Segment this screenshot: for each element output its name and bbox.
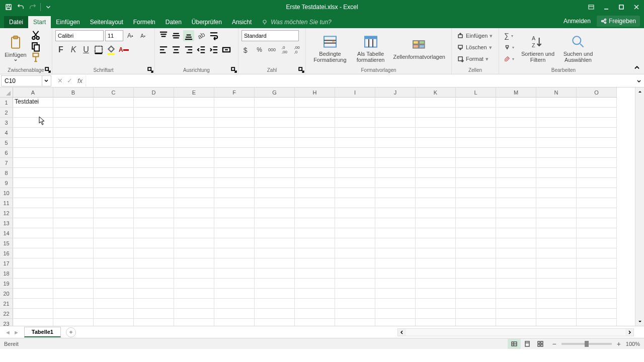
cell[interactable] [94,248,134,258]
tab-pagelayout[interactable]: Seitenlayout [85,16,128,28]
cell[interactable] [134,158,174,168]
currency-icon[interactable]: $ [242,44,253,55]
cell[interactable] [335,208,375,218]
cell[interactable] [13,258,53,268]
cell[interactable] [536,168,577,178]
cell[interactable] [134,98,174,108]
cell[interactable] [335,168,375,178]
cell[interactable] [134,148,174,158]
cell[interactable] [134,168,174,178]
cell[interactable] [456,118,496,128]
cell[interactable] [53,289,94,299]
font-color-icon[interactable]: A [118,44,129,55]
scroll-left-icon[interactable] [398,329,406,336]
row-header[interactable]: 8 [0,168,13,178]
cell[interactable] [174,148,214,158]
cell[interactable] [53,228,94,238]
cell[interactable] [53,188,94,198]
cell[interactable] [335,309,375,319]
sheet-tab[interactable]: Tabelle1 [24,327,61,337]
cell[interactable] [53,258,94,268]
cell[interactable] [255,218,295,228]
cell[interactable] [94,198,134,208]
cell[interactable] [295,279,335,289]
cell[interactable] [13,118,53,128]
column-header[interactable]: O [577,87,617,98]
normal-view-icon[interactable] [508,339,521,349]
cell[interactable] [255,248,295,258]
cell[interactable] [335,248,375,258]
cell[interactable] [335,178,375,188]
cell[interactable] [255,168,295,178]
collapse-ribbon-icon[interactable] [633,64,641,72]
cell[interactable] [13,218,53,228]
row-header[interactable]: 14 [0,228,13,238]
sort-filter-button[interactable]: AZ Sortieren und Filtern [518,30,557,66]
cell[interactable] [536,218,577,228]
cell[interactable] [13,168,53,178]
italic-icon[interactable]: K [68,44,79,55]
cell[interactable] [94,128,134,138]
align-center-icon[interactable] [171,44,182,55]
cell[interactable] [94,208,134,218]
cell[interactable] [53,118,94,128]
row-header[interactable]: 16 [0,248,13,258]
cell[interactable] [255,108,295,118]
cell[interactable] [456,168,496,178]
cell[interactable] [456,218,496,228]
cell[interactable] [13,148,53,158]
cell[interactable] [255,309,295,319]
column-header[interactable]: I [335,87,375,98]
cell[interactable] [496,218,536,228]
cell[interactable] [53,98,94,108]
cell[interactable] [416,309,456,319]
cell[interactable] [456,268,496,279]
cell[interactable] [496,158,536,168]
cell[interactable] [13,108,53,118]
cell[interactable] [577,258,617,268]
cell[interactable] [416,299,456,309]
cell[interactable] [53,108,94,118]
cell[interactable] [496,299,536,309]
cell[interactable] [13,248,53,258]
cell[interactable] [295,289,335,299]
cell[interactable] [536,279,577,289]
cell[interactable] [577,228,617,238]
autosum-icon[interactable]: ∑▾ [502,30,516,41]
cell[interactable] [53,148,94,158]
cell[interactable] [214,299,255,309]
cell[interactable] [53,128,94,138]
name-box[interactable] [2,77,42,84]
cell[interactable] [536,108,577,118]
cell[interactable] [174,218,214,228]
cell[interactable] [416,268,456,279]
cell[interactable] [375,118,416,128]
cell[interactable] [375,279,416,289]
fx-icon[interactable]: fx [77,77,86,84]
increase-decimal-icon[interactable]: ,0,00 [279,44,290,55]
cell[interactable] [577,128,617,138]
cell[interactable] [577,158,617,168]
cell[interactable] [536,268,577,279]
thousands-icon[interactable]: 000 [267,44,278,55]
cell[interactable] [416,98,456,108]
cell[interactable] [255,299,295,309]
cell[interactable] [214,279,255,289]
cell[interactable] [214,188,255,198]
cell[interactable] [375,208,416,218]
cell[interactable] [416,279,456,289]
column-header[interactable]: A [13,87,53,98]
row-header[interactable]: 15 [0,238,13,248]
cell[interactable] [496,168,536,178]
share-button[interactable]: Freigeben [597,16,640,27]
cell[interactable] [295,138,335,148]
cell[interactable] [94,188,134,198]
cell[interactable] [94,158,134,168]
column-header[interactable]: B [53,87,94,98]
row-header[interactable]: 17 [0,258,13,268]
cell[interactable] [295,178,335,188]
column-header[interactable]: D [134,87,174,98]
cell[interactable] [335,98,375,108]
cell[interactable] [13,188,53,198]
cell[interactable] [375,218,416,228]
